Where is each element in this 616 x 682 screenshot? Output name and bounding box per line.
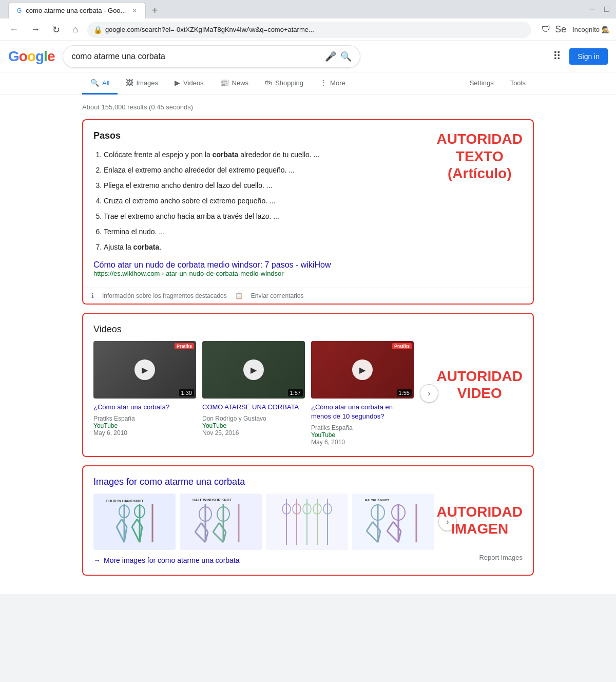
- image-thumb-4[interactable]: BALTHUS KNOT: [352, 494, 434, 550]
- search-input[interactable]: como atarme una corbata: [71, 52, 321, 61]
- authority-line1: AUTORIDAD: [437, 130, 523, 148]
- tab-videos-label: Videos: [183, 79, 204, 87]
- svg-line-3: [117, 519, 122, 527]
- image-thumb-2[interactable]: HALF WINDSOR KNOT: [180, 494, 262, 550]
- image-thumb-1[interactable]: FOUR IN HAND KNOT: [93, 494, 176, 550]
- header-right: ⠿ Sign in: [553, 48, 608, 65]
- tab-bar: G como atarme una corbata - Goo... × +: [4, 0, 583, 18]
- logo-letter-e: e: [47, 48, 55, 64]
- tab-news-label: News: [232, 79, 249, 87]
- incognito-indicator: Incognito 🕵: [572, 26, 610, 33]
- tab-all[interactable]: 🔍 All: [82, 72, 118, 94]
- tab-news[interactable]: 📰 News: [212, 72, 257, 94]
- sign-in-button[interactable]: Sign in: [569, 48, 608, 65]
- search-engine-icon[interactable]: Se: [555, 24, 566, 35]
- info-icon: ℹ: [91, 292, 94, 299]
- snippet-link-text: Cómo atar un nudo de corbata medio winds…: [93, 260, 331, 269]
- apps-grid-icon[interactable]: ⠿: [553, 50, 561, 63]
- back-button[interactable]: ←: [6, 22, 22, 37]
- settings-label: Settings: [470, 79, 494, 87]
- microphone-icon[interactable]: 🎤: [325, 51, 336, 62]
- tab-more[interactable]: ⋮ More: [312, 72, 354, 94]
- search-submit-icon[interactable]: 🔍: [340, 51, 352, 62]
- play-button-3[interactable]: ▶: [352, 359, 373, 380]
- video-date-1: May 6, 2010: [93, 429, 196, 437]
- svg-line-49: [387, 531, 398, 542]
- svg-text:FOUR IN HAND KNOT: FOUR IN HAND KNOT: [106, 499, 144, 503]
- video-channel-3: Pratiks España: [311, 424, 414, 431]
- lock-icon: 🔒: [93, 26, 102, 34]
- browser-tab[interactable]: G como atarme una corbata - Goo... ×: [8, 2, 146, 18]
- video-thumbnail-3[interactable]: ▶ 1:55 Pratiks: [311, 341, 414, 399]
- more-images-link[interactable]: → More images for como atarme una corbat…: [93, 556, 240, 564]
- list-item: Termina el nudo. ...: [104, 224, 523, 239]
- search-box[interactable]: como atarme una corbata 🎤 🔍: [63, 45, 360, 68]
- snippet-feedback-text: Enviar comentarios: [251, 292, 304, 299]
- new-tab-button[interactable]: +: [148, 3, 162, 18]
- url-bar[interactable]: 🔒 google.com/search?ei=-0xtXZKgIMaT8gKnv…: [87, 22, 531, 38]
- videos-next-button[interactable]: ›: [420, 384, 438, 403]
- svg-text:BALTHUS KNOT: BALTHUS KNOT: [365, 499, 389, 502]
- minimize-button[interactable]: −: [587, 4, 598, 14]
- tab-all-label: All: [102, 79, 109, 87]
- authority-video-label: AUTORIDAD VIDEO: [437, 368, 523, 402]
- arrow-right-icon: →: [93, 556, 101, 564]
- video-thumbnail-1[interactable]: ▶ 1:30 Pratiks: [93, 341, 196, 399]
- pratiks-badge-1: Pratiks: [175, 343, 194, 349]
- pratiks-badge-3: Pratiks: [392, 343, 412, 349]
- all-icon: 🔍: [90, 79, 99, 87]
- tab-shopping[interactable]: 🛍 Shopping: [257, 72, 312, 94]
- google-logo[interactable]: Google: [8, 48, 54, 65]
- video-card-2[interactable]: ▶ 1:57 COMO ATARSE UNA CORBATA Don Rodri…: [202, 341, 305, 437]
- authority-video-line2: VIDEO: [437, 385, 523, 403]
- window-controls: − □: [587, 4, 612, 14]
- video-duration-3: 1:55: [397, 389, 412, 396]
- snippet-footer: ℹ Información sobre los fragmentos desta…: [83, 288, 533, 304]
- image-thumb-3[interactable]: [266, 494, 348, 550]
- shopping-icon: 🛍: [265, 79, 272, 87]
- svg-line-41: [367, 522, 373, 531]
- url-text: google.com/search?ei=-0xtXZKgIMaT8gKnv4i…: [105, 26, 525, 33]
- svg-text:HALF WINDSOR KNOT: HALF WINDSOR KNOT: [192, 498, 232, 502]
- svg-line-42: [373, 522, 380, 531]
- forward-button[interactable]: →: [28, 22, 43, 37]
- images-icon: 🖼: [126, 79, 133, 87]
- tools-link[interactable]: Tools: [502, 73, 534, 94]
- video-card-1[interactable]: ▶ 1:30 Pratiks ¿Cómo atar una corbata? P…: [93, 341, 196, 437]
- tab-images[interactable]: 🖼 Images: [118, 72, 166, 94]
- video-title-1[interactable]: ¿Cómo atar una corbata?: [93, 403, 196, 412]
- video-title-3[interactable]: ¿Cómo atar una corbata en menos de 10 se…: [311, 403, 414, 421]
- svg-line-25: [213, 532, 223, 542]
- video-card-3[interactable]: ▶ 1:55 Pratiks ¿Cómo atar una corbata en…: [311, 341, 414, 446]
- tab-videos[interactable]: ▶ Videos: [166, 72, 212, 94]
- list-item: Ajusta la corbata.: [104, 240, 523, 254]
- video-thumbnail-2[interactable]: ▶ 1:57: [202, 341, 305, 399]
- settings-link[interactable]: Settings: [461, 73, 502, 94]
- search-nav: 🔍 All 🖼 Images ▶ Videos 📰 News 🛍 Shoppin…: [0, 72, 616, 95]
- incognito-label: Incognito: [572, 26, 600, 33]
- snippet-source-link[interactable]: Cómo atar un nudo de corbata medio winds…: [93, 260, 523, 270]
- tab-close-button[interactable]: ×: [132, 6, 137, 15]
- tab-shopping-label: Shopping: [275, 79, 303, 87]
- authority-img-line2: IMAGEN: [437, 521, 523, 538]
- report-images-link[interactable]: Report images: [479, 554, 523, 561]
- extension-icon-1[interactable]: 🛡: [542, 24, 551, 35]
- google-header: Google como atarme una corbata 🎤 🔍 ⠿ Sig…: [0, 41, 616, 72]
- snippet-url: https://es.wikihow.com › atar-un-nudo-de…: [93, 270, 523, 277]
- restore-button[interactable]: □: [602, 4, 612, 14]
- home-button[interactable]: ⌂: [69, 22, 81, 37]
- image-thumb-inner-1: FOUR IN HAND KNOT: [93, 494, 176, 550]
- logo-letter-o2: o: [27, 48, 35, 64]
- reload-button[interactable]: ↻: [49, 22, 63, 37]
- play-button-1[interactable]: ▶: [134, 359, 155, 380]
- video-channel-2: Don Rodrigo y Gustavo: [202, 415, 305, 422]
- toolbar-icons: 🛡 Se: [542, 24, 566, 35]
- video-title-2[interactable]: COMO ATARSE UNA CORBATA: [202, 403, 305, 412]
- news-icon: 📰: [220, 79, 229, 87]
- play-button-2[interactable]: ▶: [243, 359, 264, 380]
- list-item: Trae el extremo ancho hacia arriba a tra…: [104, 209, 523, 223]
- svg-line-23: [213, 523, 219, 532]
- images-section-title[interactable]: Images for como atarme una corbata: [93, 477, 523, 487]
- snippet-info-text: Información sobre los fragmentos destaca…: [102, 292, 227, 299]
- more-images-row: → More images for como atarme una corbat…: [93, 550, 523, 564]
